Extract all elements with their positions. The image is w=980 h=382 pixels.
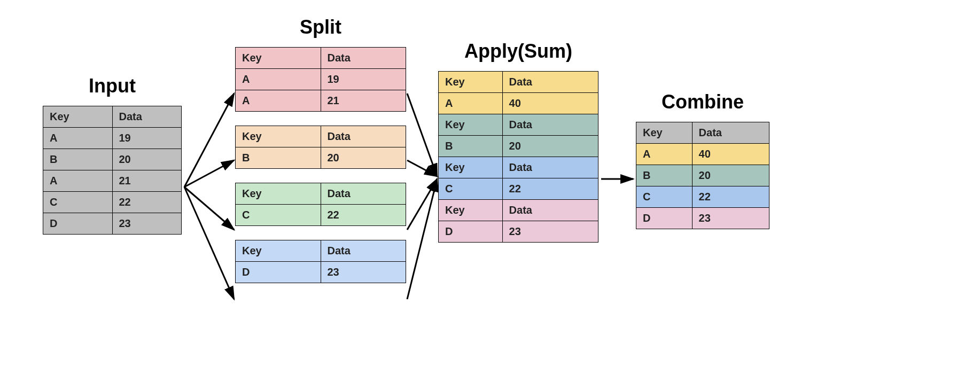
combine-cell: 20 — [692, 165, 769, 186]
split-table-b: KeyData B20 — [235, 126, 406, 169]
arrow-icon — [184, 93, 234, 187]
apply-heading: Apply(Sum) — [438, 40, 598, 63]
col-data: Data — [112, 106, 182, 128]
combine-table: KeyData A40 B20 C22 D23 — [636, 122, 769, 229]
split-table-c: KeyData C22 — [235, 183, 406, 226]
split-cell: B — [236, 147, 321, 169]
arrow-icon — [184, 187, 234, 299]
input-cell: 23 — [112, 213, 182, 235]
apply-stage: Apply(Sum) KeyData A40 KeyData B20 KeyDa… — [438, 40, 598, 243]
split-cell: 20 — [321, 147, 406, 169]
input-cell: A — [43, 170, 113, 192]
input-cell: 19 — [112, 128, 182, 149]
col-data: Data — [321, 126, 406, 147]
combine-heading: Combine — [636, 91, 769, 113]
col-key: Key — [236, 183, 321, 205]
apply-cell: 23 — [502, 221, 598, 243]
col-data: Data — [502, 200, 598, 221]
split-cell: D — [236, 262, 321, 283]
col-key: Key — [236, 240, 321, 262]
col-data: Data — [692, 122, 769, 144]
arrow-icon — [407, 179, 437, 230]
split-cell: 19 — [321, 69, 406, 90]
col-key: Key — [43, 106, 113, 128]
apply-cell: C — [439, 178, 503, 200]
col-key: Key — [439, 72, 503, 93]
col-key: Key — [439, 114, 503, 136]
split-stage: Split KeyData A19 A21 KeyData B20 KeyDat… — [235, 16, 406, 283]
arrow-icon — [407, 160, 437, 176]
input-cell: B — [43, 149, 113, 170]
arrow-icon — [184, 187, 234, 230]
apply-table: KeyData A40 KeyData B20 KeyData C22 KeyD… — [438, 71, 598, 243]
split-table-d: KeyData D23 — [235, 240, 406, 283]
col-data: Data — [321, 48, 406, 69]
input-table: Key Data A19 B20 A21 C22 D23 — [43, 106, 182, 235]
apply-cell: 40 — [502, 93, 598, 114]
combine-cell: A — [636, 144, 693, 165]
col-key: Key — [439, 200, 503, 221]
col-data: Data — [502, 114, 598, 136]
apply-cell: 22 — [502, 178, 598, 200]
col-key: Key — [636, 122, 693, 144]
input-cell: 20 — [112, 149, 182, 170]
split-cell: 22 — [321, 205, 406, 226]
col-data: Data — [502, 157, 598, 178]
split-cell: 23 — [321, 262, 406, 283]
col-key: Key — [236, 48, 321, 69]
arrow-icon — [407, 179, 437, 299]
input-cell: C — [43, 192, 113, 213]
input-heading: Input — [43, 75, 182, 97]
apply-cell: B — [439, 136, 503, 157]
split-cell: C — [236, 205, 321, 226]
arrow-icon — [184, 160, 234, 187]
col-data: Data — [321, 240, 406, 262]
combine-cell: B — [636, 165, 693, 186]
split-table-a: KeyData A19 A21 — [235, 47, 406, 112]
split-cell: A — [236, 90, 321, 112]
input-stage: Input Key Data A19 B20 A21 C22 D23 — [43, 75, 182, 235]
combine-cell: 22 — [692, 186, 769, 208]
apply-cell: 20 — [502, 136, 598, 157]
combine-cell: 40 — [692, 144, 769, 165]
apply-cell: A — [439, 93, 503, 114]
input-cell: 22 — [112, 192, 182, 213]
split-heading: Split — [235, 16, 406, 38]
col-data: Data — [321, 183, 406, 205]
input-cell: 21 — [112, 170, 182, 192]
input-cell: A — [43, 128, 113, 149]
combine-cell: C — [636, 186, 693, 208]
col-key: Key — [439, 157, 503, 178]
col-key: Key — [236, 126, 321, 147]
input-cell: D — [43, 213, 113, 235]
apply-cell: D — [439, 221, 503, 243]
split-cell: 21 — [321, 90, 406, 112]
arrow-icon — [407, 93, 437, 176]
combine-cell: 23 — [692, 208, 769, 229]
combine-cell: D — [636, 208, 693, 229]
split-cell: A — [236, 69, 321, 90]
combine-stage: Combine KeyData A40 B20 C22 D23 — [636, 91, 769, 229]
col-data: Data — [502, 72, 598, 93]
